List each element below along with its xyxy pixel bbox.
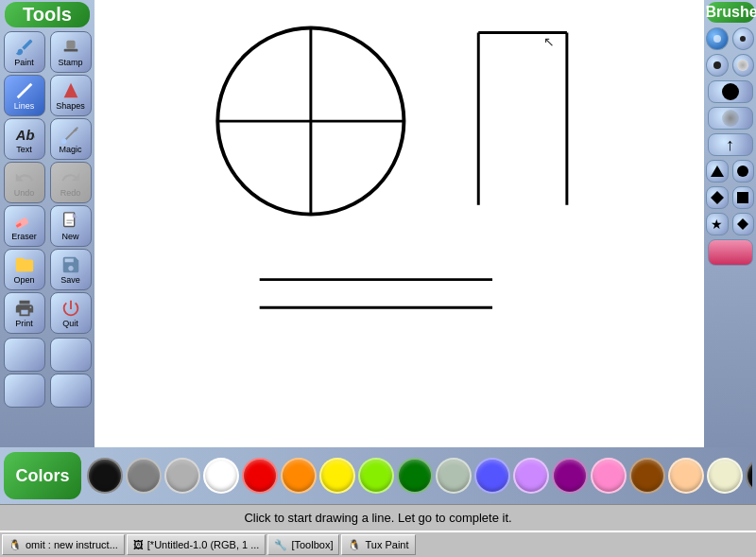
quit-label: Quit	[62, 319, 78, 328]
right-panel: Brushes	[704, 0, 756, 447]
brush-row-2	[706, 54, 754, 77]
lines-icon	[14, 80, 35, 101]
canvas-area[interactable]: ↖	[94, 0, 704, 447]
stamp-tool[interactable]: Stamp	[50, 31, 92, 73]
print-tool[interactable]: Print	[4, 292, 45, 334]
taskbar-btn-3[interactable]: 🐧 Tux Paint	[341, 534, 415, 555]
color-swatches	[87, 458, 752, 494]
lines-tool[interactable]: Lines	[4, 75, 45, 116]
color-swatch-11[interactable]	[513, 458, 549, 494]
eraser-icon	[14, 211, 35, 232]
taskbar-label-2: [Toolbox]	[291, 539, 333, 550]
brush-row-5: ↑	[706, 133, 754, 156]
extra-btn-1[interactable]	[4, 338, 45, 372]
svg-marker-3	[63, 83, 77, 98]
shapes-label: Shapes	[56, 101, 85, 111]
brush-dot-small[interactable]	[732, 27, 755, 50]
paint-tool[interactable]: Paint	[4, 31, 45, 73]
new-tool[interactable]: New	[50, 205, 92, 247]
taskbar-label-1: [*Untitled-1.0 (RGB, 1 ...	[147, 539, 260, 550]
brush-dot-medium[interactable]	[706, 54, 729, 77]
brush-big-dot[interactable]	[708, 80, 753, 103]
taskbar-btn-2[interactable]: 🔧 [Toolbox]	[267, 534, 339, 555]
save-icon	[60, 254, 81, 275]
brush-row-1	[706, 27, 754, 50]
quit-tool[interactable]: Quit	[50, 292, 92, 334]
svg-marker-24	[711, 191, 724, 204]
quit-icon	[60, 298, 81, 319]
color-swatch-14[interactable]	[629, 458, 665, 494]
print-icon	[14, 298, 35, 319]
undo-tool[interactable]: Undo	[4, 162, 45, 203]
brush-blue-large[interactable]	[706, 27, 729, 50]
color-swatch-15[interactable]	[668, 458, 704, 494]
color-swatch-7[interactable]	[358, 458, 394, 494]
paint-icon	[14, 37, 35, 58]
text-tool[interactable]: Abc Text	[4, 118, 45, 160]
tools-title: Tools	[5, 2, 90, 27]
color-swatch-17[interactable]	[746, 458, 752, 494]
brush-square[interactable]	[732, 186, 755, 209]
status-text: Click to start drawing a line. Let go to…	[0, 511, 756, 525]
toolbox-icon: 🔧	[274, 539, 287, 551]
svg-rect-1	[66, 41, 75, 49]
open-tool[interactable]: Open	[4, 249, 45, 290]
brush-pink[interactable]	[708, 239, 753, 266]
eraser-tool[interactable]: Eraser	[4, 205, 45, 247]
taskbar: 🐧 omit : new instruct... 🖼 [*Untitled-1.…	[0, 531, 756, 557]
brush-diamond[interactable]	[706, 186, 729, 209]
text-label: Text	[16, 145, 32, 154]
color-swatch-6[interactable]	[319, 458, 355, 494]
colors-title: Colors	[4, 452, 81, 499]
new-icon	[60, 211, 81, 232]
open-label: Open	[13, 275, 34, 285]
brush-soft-dot[interactable]	[732, 54, 755, 77]
color-swatch-4[interactable]	[242, 458, 278, 494]
taskbar-btn-1[interactable]: 🖼 [*Untitled-1.0 (RGB, 1 ...	[127, 534, 266, 555]
svg-point-6	[60, 139, 66, 145]
extra-btn-2[interactable]	[50, 338, 92, 372]
svg-text:Abc: Abc	[14, 128, 34, 143]
drawing-canvas[interactable]: ↖	[94, 0, 704, 447]
color-swatch-10[interactable]	[474, 458, 510, 494]
color-swatch-16[interactable]	[707, 458, 743, 494]
eraser-label: Eraser	[11, 232, 37, 241]
color-swatch-3[interactable]	[203, 458, 239, 494]
brush-soft-large[interactable]	[708, 107, 753, 130]
redo-tool[interactable]: Redo	[50, 162, 92, 203]
colors-bar: Colors	[0, 447, 756, 504]
new-label: New	[61, 232, 78, 241]
stamp-label: Stamp	[58, 58, 82, 67]
status-bar: Click to start drawing a line. Let go to…	[0, 504, 756, 531]
brush-diamond-small[interactable]	[732, 213, 755, 235]
stamp-icon	[60, 37, 81, 58]
save-label: Save	[60, 275, 80, 285]
color-swatch-8[interactable]	[397, 458, 433, 494]
brush-row-7	[706, 186, 754, 209]
brush-star[interactable]: ★	[706, 213, 729, 235]
paint-label: Paint	[14, 58, 34, 67]
color-swatch-0[interactable]	[87, 458, 123, 494]
svg-rect-0	[63, 49, 77, 52]
brush-row-9	[706, 239, 754, 266]
color-swatch-9[interactable]	[436, 458, 472, 494]
shapes-tool[interactable]: Shapes	[50, 75, 92, 116]
shapes-icon	[60, 80, 81, 101]
brush-arrow[interactable]: ↑	[708, 133, 753, 156]
undo-label: Undo	[14, 188, 35, 198]
color-swatch-12[interactable]	[552, 458, 588, 494]
extra-btn-3[interactable]	[4, 374, 45, 408]
color-swatch-5[interactable]	[281, 458, 317, 494]
taskbar-btn-0[interactable]: 🐧 omit : new instruct...	[2, 534, 125, 555]
svg-text:✦: ✦	[72, 126, 77, 134]
brush-row-8: ★	[706, 213, 754, 235]
extra-btn-4[interactable]	[50, 374, 92, 408]
color-swatch-1[interactable]	[126, 458, 162, 494]
taskbar-label-0: omit : new instruct...	[26, 539, 118, 550]
magic-tool[interactable]: ✦ Magic	[50, 118, 92, 160]
save-tool[interactable]: Save	[50, 249, 92, 290]
color-swatch-2[interactable]	[164, 458, 200, 494]
brush-triangle[interactable]	[706, 160, 729, 183]
brush-circle-filled[interactable]	[732, 160, 755, 183]
color-swatch-13[interactable]	[591, 458, 627, 494]
